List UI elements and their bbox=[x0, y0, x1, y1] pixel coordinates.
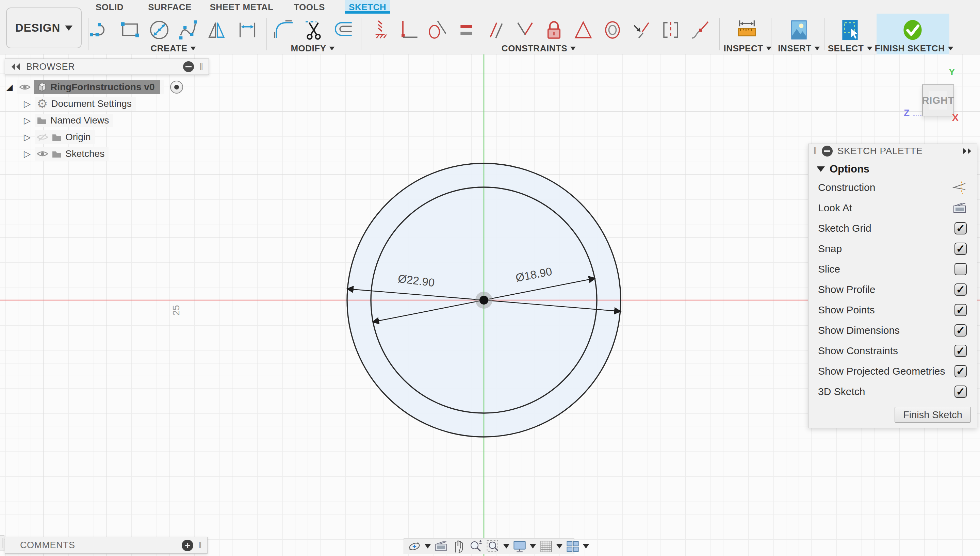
toolbar-group-modify[interactable]: MODIFY bbox=[291, 43, 334, 54]
sketch-palette-header[interactable]: ‖ SKETCH PALETTE bbox=[809, 144, 977, 158]
orbit-dropdown-icon[interactable] bbox=[425, 544, 431, 548]
comments-panel[interactable]: COMMENTS + ‖ bbox=[5, 537, 208, 554]
expand-triangle-icon[interactable]: ▷ bbox=[23, 99, 32, 109]
palette-row-show-profile[interactable]: Show Profile bbox=[809, 280, 977, 300]
expand-triangle-icon[interactable]: ▷ bbox=[23, 132, 32, 142]
fillet-tool-icon[interactable] bbox=[274, 19, 295, 41]
palette-row-snap[interactable]: Snap bbox=[809, 239, 977, 259]
concentric-constraint-icon[interactable] bbox=[602, 19, 623, 41]
dimension-tool-icon[interactable] bbox=[236, 19, 258, 41]
expand-triangle-icon[interactable]: ▷ bbox=[23, 149, 32, 159]
snap-checkbox[interactable] bbox=[954, 242, 967, 255]
expand-triangle-icon[interactable]: ◢ bbox=[5, 82, 14, 92]
palette-row-look-at[interactable]: Look At bbox=[809, 198, 977, 218]
browser-panel-header[interactable]: BROWSER ‖ bbox=[5, 58, 209, 75]
origin-point[interactable] bbox=[480, 296, 488, 305]
3d-sketch-checkbox[interactable] bbox=[954, 386, 967, 398]
tab-solid[interactable]: SOLID bbox=[95, 0, 124, 14]
workspace-menu-button[interactable]: DESIGN bbox=[6, 8, 82, 48]
viewcube[interactable]: RIGHT bbox=[922, 84, 954, 116]
show-profile-checkbox[interactable] bbox=[954, 283, 967, 296]
toolbar-group-finish-sketch[interactable]: FINISH SKETCH bbox=[875, 43, 953, 54]
options-section-header[interactable]: Options bbox=[809, 158, 977, 177]
parallel-constraint-icon[interactable] bbox=[485, 19, 507, 41]
palette-row-slice[interactable]: Slice bbox=[809, 259, 977, 280]
palette-row-show-points[interactable]: Show Points bbox=[809, 300, 977, 320]
mirror-tool-icon[interactable] bbox=[207, 19, 228, 41]
finish-sketch-icon[interactable] bbox=[902, 19, 923, 41]
perpendicular-constraint-icon[interactable] bbox=[514, 19, 536, 41]
equal-constraint-icon[interactable] bbox=[456, 19, 478, 41]
slice-checkbox[interactable] bbox=[954, 263, 967, 275]
panel-drag-handle[interactable]: ‖ bbox=[199, 61, 203, 72]
browser-item-sketches[interactable]: ▷ Sketches bbox=[23, 147, 209, 161]
toolbar-group-select[interactable]: SELECT bbox=[828, 43, 872, 54]
toolbar-group-constraints[interactable]: CONSTRAINTS bbox=[502, 43, 576, 54]
panel-drag-handle[interactable]: ‖ bbox=[813, 145, 817, 156]
measure-tool-icon[interactable] bbox=[736, 19, 758, 41]
show-projected-geometries-checkbox[interactable] bbox=[954, 365, 967, 377]
panel-options-icon[interactable] bbox=[822, 145, 833, 157]
select-tool-icon[interactable] bbox=[839, 19, 861, 41]
finish-sketch-button[interactable]: Finish Sketch bbox=[894, 407, 971, 423]
palette-row-show-projected-geometries[interactable]: Show Projected Geometries bbox=[809, 361, 977, 381]
toolbar-group-inspect[interactable]: INSPECT bbox=[723, 43, 772, 54]
smooth-constraint-icon[interactable] bbox=[631, 19, 652, 41]
toolbar-group-insert[interactable]: INSERT bbox=[778, 43, 820, 54]
collapse-panel-icon[interactable] bbox=[11, 63, 21, 71]
line-tool-icon[interactable] bbox=[89, 19, 111, 41]
tab-sketch[interactable]: SKETCH bbox=[349, 0, 386, 14]
activate-component-radio[interactable] bbox=[170, 81, 183, 94]
palette-row-3d-sketch[interactable]: 3D Sketch bbox=[809, 381, 977, 402]
zoom-dropdown-icon[interactable] bbox=[503, 544, 509, 548]
component-name[interactable]: RingForInstructions v0 bbox=[50, 82, 155, 92]
tangent-constraint-icon[interactable] bbox=[427, 19, 449, 41]
display-settings-dropdown-icon[interactable] bbox=[530, 544, 536, 548]
panel-options-icon[interactable] bbox=[183, 61, 194, 72]
construction-icon[interactable] bbox=[952, 181, 967, 194]
offset-tool-icon[interactable] bbox=[332, 19, 354, 41]
grid-settings-icon[interactable] bbox=[539, 539, 553, 554]
horizontal-vertical-constraint-icon[interactable] bbox=[397, 19, 419, 41]
display-settings-icon[interactable] bbox=[512, 539, 527, 554]
show-dimensions-checkbox[interactable] bbox=[954, 324, 967, 336]
circle-tool-icon[interactable] bbox=[149, 19, 170, 41]
sketch-grid-checkbox[interactable] bbox=[954, 222, 967, 234]
trim-tool-icon[interactable] bbox=[303, 19, 325, 41]
collapsed-panel-handle[interactable] bbox=[0, 535, 5, 551]
palette-row-show-constraints[interactable]: Show Constraints bbox=[809, 341, 977, 361]
selected-component-bar[interactable]: RingForInstructions v0 bbox=[34, 80, 160, 94]
orbit-icon[interactable] bbox=[407, 539, 421, 554]
palette-row-show-dimensions[interactable]: Show Dimensions bbox=[809, 320, 977, 341]
browser-item-origin[interactable]: ▷ Origin bbox=[23, 130, 209, 144]
eye-off-icon[interactable] bbox=[37, 133, 48, 141]
browser-item-named-views[interactable]: ▷ Named Views bbox=[23, 114, 209, 127]
toolbar-group-create[interactable]: CREATE bbox=[151, 43, 196, 54]
browser-item-label[interactable]: Origin bbox=[65, 132, 91, 142]
show-constraints-checkbox[interactable] bbox=[954, 345, 967, 357]
eye-icon[interactable] bbox=[37, 150, 48, 158]
viewports-dropdown-icon[interactable] bbox=[583, 544, 589, 548]
rectangle-tool-icon[interactable] bbox=[119, 19, 141, 41]
collapse-right-icon[interactable] bbox=[962, 147, 972, 155]
palette-row-construction[interactable]: Construction bbox=[809, 177, 977, 198]
look-at-icon[interactable] bbox=[952, 201, 967, 215]
zoom-window-icon[interactable] bbox=[486, 539, 500, 554]
insert-image-tool-icon[interactable] bbox=[788, 19, 810, 41]
expand-triangle-icon[interactable]: ▷ bbox=[23, 115, 32, 126]
browser-item-label[interactable]: Sketches bbox=[65, 149, 105, 159]
look-at-icon[interactable] bbox=[434, 539, 448, 554]
pan-icon[interactable] bbox=[451, 539, 465, 554]
coincident-constraint-icon[interactable] bbox=[369, 19, 391, 41]
eye-icon[interactable] bbox=[19, 83, 31, 91]
symmetry-constraint-icon[interactable] bbox=[660, 19, 681, 41]
viewports-icon[interactable] bbox=[565, 539, 580, 554]
browser-item-document-settings[interactable]: ▷ ⚙ Document Settings bbox=[23, 97, 209, 111]
show-points-checkbox[interactable] bbox=[954, 304, 967, 316]
browser-item-label[interactable]: Named Views bbox=[50, 115, 109, 126]
curvature-constraint-icon[interactable] bbox=[689, 19, 711, 41]
browser-item-label[interactable]: Document Settings bbox=[51, 99, 132, 109]
add-comment-icon[interactable]: + bbox=[182, 540, 193, 551]
tab-sheet-metal[interactable]: SHEET METAL bbox=[210, 0, 273, 14]
viewcube-face-label[interactable]: RIGHT bbox=[922, 95, 954, 106]
